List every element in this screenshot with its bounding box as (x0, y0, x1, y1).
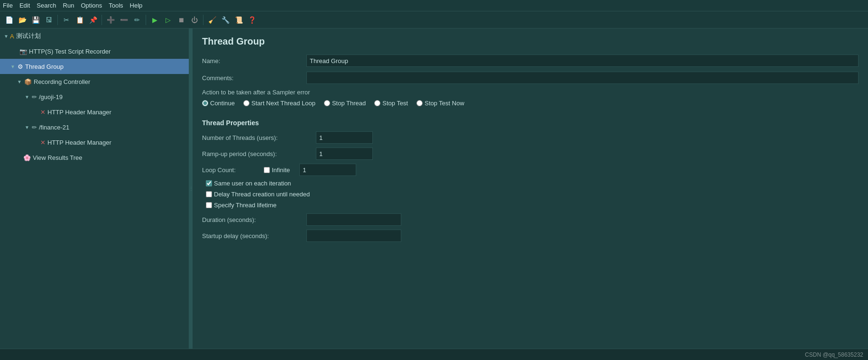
num-threads-label: Number of Threads (users): (202, 134, 316, 141)
toolbar: 📄 📂 💾 🖫 ✂ 📋 📌 ➕ ➖ ✏ ▶ ▷ ⏹ ⏻ 🧹 🔧 📜 ❓ (0, 11, 868, 28)
right-panel: Thread Group Name: Comments: Action to b… (193, 28, 868, 349)
infinite-checkbox-label[interactable]: Infinite (264, 166, 290, 174)
copy-button[interactable]: 📋 (74, 14, 86, 26)
loop-count-label: Loop Count: (202, 166, 259, 174)
name-input[interactable] (306, 55, 859, 67)
sidebar-item-http-header-2[interactable]: ✕ HTTP Header Manager (0, 135, 189, 150)
ramp-up-input[interactable] (316, 148, 373, 160)
sidebar-item-http-recorder[interactable]: 📷 HTTP(S) Test Script Recorder (0, 44, 189, 59)
recorder-icon: 📷 (19, 48, 27, 55)
open-button[interactable]: 📂 (16, 14, 28, 26)
function-button[interactable]: 🔧 (219, 14, 231, 26)
comments-row: Comments: (202, 72, 859, 84)
sidebar-tree: ▼ A 测试计划 📷 HTTP(S) Test Script Recorder … (0, 28, 190, 349)
specify-lifetime-text: Specify Thread lifetime (214, 202, 277, 209)
sidebar-item-recording-controller[interactable]: ▼ 📦 Recording Controller (0, 74, 189, 89)
radio-start-next-loop[interactable]: Start Next Thread Loop (243, 100, 315, 107)
radio-stop-test-label: Stop Test (382, 100, 408, 107)
loop-count-row: Loop Count: Infinite (202, 164, 859, 176)
radio-stop-thread[interactable]: Stop Thread (324, 100, 366, 107)
ramp-up-row: Ramp-up period (seconds): (202, 148, 859, 160)
same-user-checkbox[interactable] (206, 180, 212, 186)
name-row: Name: (202, 55, 859, 67)
comments-input[interactable] (306, 72, 859, 84)
cut-button[interactable]: ✂ (60, 14, 73, 26)
num-threads-row: Number of Threads (users): (202, 131, 859, 144)
specify-lifetime-checkbox[interactable] (206, 202, 212, 208)
infinite-checkbox[interactable] (264, 167, 270, 173)
name-label: Name: (202, 57, 306, 65)
sidebar-item-test-plan[interactable]: ▼ A 测试计划 (0, 28, 189, 44)
add-button[interactable]: ➕ (104, 14, 117, 26)
run-no-pause-button[interactable]: ▷ (162, 14, 174, 26)
panel-title: Thread Group (202, 36, 859, 47)
toggle-icon: ▼ (10, 64, 16, 69)
radio-continue[interactable]: Continue (202, 100, 235, 107)
toolbar-separator-2 (102, 15, 102, 25)
startup-delay-label: Startup delay (seconds): (202, 232, 306, 240)
menu-edit[interactable]: Edit (19, 2, 30, 9)
sidebar-item-view-results-tree[interactable]: 🌸 View Results Tree (0, 150, 189, 165)
radio-continue-input[interactable] (202, 100, 208, 106)
specify-lifetime-label[interactable]: Specify Thread lifetime (206, 202, 859, 209)
radio-start-next-loop-label: Start Next Thread Loop (251, 100, 315, 107)
same-user-label[interactable]: Same user on each iteration (206, 180, 859, 187)
startup-delay-input[interactable] (306, 230, 401, 242)
script-button[interactable]: 📜 (232, 14, 245, 26)
action-section: Action to be taken after a Sampler error… (202, 89, 859, 107)
ramp-up-label: Ramp-up period (seconds): (202, 150, 316, 157)
radio-stop-thread-input[interactable] (324, 100, 330, 106)
clear-all-button[interactable]: 🧹 (206, 14, 218, 26)
toolbar-separator-3 (146, 15, 146, 25)
toggle-icon: ▼ (4, 34, 9, 39)
delay-thread-checkbox[interactable] (206, 191, 212, 197)
sampler-icon: ✏ (32, 93, 37, 101)
sidebar-item-thread-group[interactable]: ▼ ⚙ Thread Group (0, 59, 189, 74)
menu-tools[interactable]: Tools (109, 2, 123, 9)
sidebar-item-label: Recording Controller (34, 78, 90, 85)
sidebar-item-finance-21[interactable]: ▼ ✏ /finance-21 (0, 120, 189, 135)
save-as-button[interactable]: 🖫 (43, 14, 55, 26)
sidebar-item-label: HTTP Header Manager (47, 109, 111, 116)
new-button[interactable]: 📄 (3, 14, 15, 26)
duration-row: Duration (seconds): (202, 213, 859, 226)
radio-stop-test[interactable]: Stop Test (374, 100, 408, 107)
clear-button[interactable]: ✏ (131, 14, 143, 26)
radio-start-next-loop-input[interactable] (243, 100, 249, 106)
infinite-label: Infinite (272, 166, 290, 174)
help-button[interactable]: ❓ (246, 14, 258, 26)
sidebar-item-label: /guoji-19 (39, 93, 63, 101)
radio-stop-test-now-label: Stop Test Now (425, 100, 464, 107)
shutdown-button[interactable]: ⏻ (188, 14, 201, 26)
stop-button[interactable]: ⏹ (175, 14, 187, 26)
sidebar-item-http-header-1[interactable]: ✕ HTTP Header Manager (0, 104, 189, 120)
save-button[interactable]: 💾 (29, 14, 42, 26)
header-icon: ✕ (40, 109, 46, 116)
action-section-label: Action to be taken after a Sampler error (202, 89, 859, 96)
radio-stop-test-now-input[interactable] (416, 100, 423, 106)
delay-thread-label[interactable]: Delay Thread creation until needed (206, 191, 859, 198)
menu-run[interactable]: Run (63, 2, 74, 9)
sidebar-item-label: 测试计划 (16, 32, 41, 40)
run-button[interactable]: ▶ (148, 14, 161, 26)
menu-search[interactable]: Search (37, 2, 56, 9)
paste-button[interactable]: 📌 (87, 14, 99, 26)
statusbar-text: CSDN @qq_58635232 (805, 351, 863, 358)
statusbar: CSDN @qq_58635232 (0, 349, 868, 360)
loop-count-input[interactable] (299, 164, 356, 176)
menu-file[interactable]: File (3, 2, 13, 9)
menu-help[interactable]: Help (130, 2, 143, 9)
toggle-icon: ▼ (25, 94, 30, 100)
toolbar-separator-4 (203, 15, 203, 25)
remove-button[interactable]: ➖ (118, 14, 130, 26)
duration-input[interactable] (306, 213, 401, 226)
radio-stop-test-now[interactable]: Stop Test Now (416, 100, 464, 107)
sidebar-item-guoji-19[interactable]: ▼ ✏ /guoji-19 (0, 89, 189, 104)
radio-stop-test-input[interactable] (374, 100, 380, 106)
num-threads-input[interactable] (316, 131, 373, 144)
main-layout: ▼ A 测试计划 📷 HTTP(S) Test Script Recorder … (0, 28, 868, 349)
menu-options[interactable]: Options (81, 2, 102, 9)
radio-stop-thread-label: Stop Thread (332, 100, 366, 107)
same-user-text: Same user on each iteration (214, 180, 291, 187)
toolbar-separator-1 (57, 15, 58, 25)
